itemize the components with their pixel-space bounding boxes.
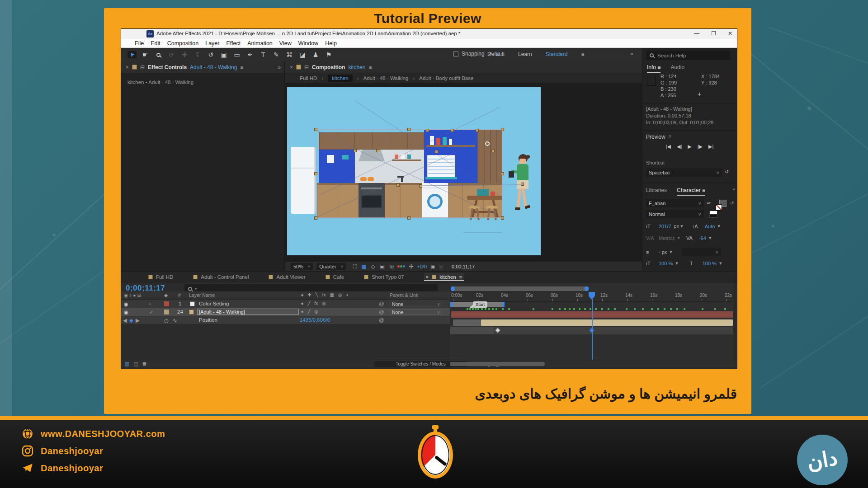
layer-switch-icon[interactable]: ◎	[314, 309, 318, 314]
layer-name[interactable]: [Adult - 48 - Walking]	[197, 309, 299, 315]
menu-effect[interactable]: Effect	[226, 40, 241, 47]
menu-composition[interactable]: Composition	[167, 40, 198, 47]
pickwhip-icon[interactable]: @	[379, 301, 384, 306]
selection-handle[interactable]	[451, 129, 454, 132]
hand-tool[interactable]: ☛	[141, 51, 150, 58]
prev-keyframe-icon[interactable]: ◀	[123, 317, 127, 324]
eraser-tool[interactable]: ◪	[298, 51, 307, 58]
menu-edit[interactable]: Edit	[151, 40, 160, 47]
selection-handle[interactable]	[314, 172, 317, 175]
property-row-position[interactable]: ◀ ◆ ▶ ◷ ∿ Position 1435/0,606/0 @	[121, 316, 450, 324]
selection-handle[interactable]	[419, 184, 422, 188]
close-icon[interactable]: ×	[426, 274, 429, 280]
leading-value[interactable]: Auto	[705, 224, 715, 229]
panel-menu-icon[interactable]: ≡	[368, 64, 372, 70]
workspace-learn[interactable]: Learn	[518, 51, 532, 57]
effect-controls-tab[interactable]: × ⊟ Effect Controls Adult - 48 - Walking…	[121, 61, 284, 73]
zoom-tool[interactable]	[154, 51, 163, 58]
layer-switch-icon[interactable]: ♠	[301, 309, 303, 314]
maximize-button[interactable]: ❐	[711, 30, 716, 37]
horizontal-scale-value[interactable]: 100 %	[703, 261, 717, 266]
preview-panel-title[interactable]: Preview ≡	[646, 134, 671, 140]
transport-button[interactable]: |▶	[698, 144, 703, 150]
font-family-dropdown[interactable]: F_aban˅	[646, 199, 704, 207]
selection-handle[interactable]	[314, 128, 317, 131]
reset-icon[interactable]: ↺	[725, 169, 729, 175]
keyframe-toggle-icon[interactable]: ◆	[129, 317, 133, 324]
website-link[interactable]: www.DANESHJOOYAR.com	[22, 428, 165, 440]
composition-canvas[interactable]	[287, 87, 541, 255]
label-color[interactable]	[164, 310, 169, 314]
vertical-scale-value[interactable]: 100 %	[659, 261, 673, 266]
unified-camera-tool[interactable]: ▣	[219, 51, 228, 58]
toolbar-overflow-icon[interactable]: »	[630, 51, 633, 57]
tracking-value[interactable]: -64	[699, 235, 706, 241]
timeline-tab-cafe[interactable]: Cafe	[326, 274, 344, 280]
selection-handle[interactable]	[521, 183, 524, 186]
selection-bounding-box[interactable]	[316, 129, 502, 218]
rotation-tool[interactable]: ↺	[206, 51, 215, 58]
layer-switch-icon[interactable]: ♠	[301, 301, 303, 306]
close-icon[interactable]: ×	[126, 64, 129, 70]
graph-editor-icon[interactable]: ∿	[173, 317, 177, 324]
channels-icon[interactable]	[397, 265, 405, 267]
viewer-option-icon[interactable]: ⛶	[353, 263, 357, 270]
minimize-button[interactable]: —	[694, 30, 699, 37]
label-color[interactable]	[164, 301, 169, 306]
rectangle-tool[interactable]: ▭	[232, 51, 241, 58]
timeline-bottom-icon[interactable]: ≣	[142, 361, 146, 367]
transport-button[interactable]: ◀|	[677, 144, 682, 150]
parent-link-column[interactable]: Parent & Link	[390, 292, 418, 298]
tab-character[interactable]: Character ≡	[677, 187, 705, 196]
parent-dropdown[interactable]: None˅	[390, 301, 442, 307]
time-navigator[interactable]	[451, 286, 589, 291]
font-style-dropdown[interactable]: Normal˅	[646, 210, 704, 218]
pen-tool[interactable]: ✒	[245, 51, 255, 58]
clone-stamp-tool[interactable]: ⌘	[285, 51, 294, 58]
panel-overflow-icon[interactable]: »	[278, 64, 281, 70]
workspace-default[interactable]: Default	[487, 51, 505, 57]
menu-view[interactable]: View	[279, 40, 292, 47]
exposure-icon[interactable]: ✣	[409, 263, 413, 270]
snapping-checkbox[interactable]	[453, 52, 458, 56]
panel-overflow-icon[interactable]: »	[732, 186, 735, 192]
selection-handle[interactable]	[476, 129, 479, 132]
timeline-tab-short-typo-07[interactable]: Short Typo 07	[364, 274, 404, 280]
horizontal-scrollbar[interactable]	[450, 362, 545, 366]
layer-name-column[interactable]: Layer Name	[189, 292, 215, 298]
selection-handle[interactable]	[426, 129, 429, 132]
selection-handle[interactable]	[407, 216, 410, 220]
font-size-value[interactable]: 201/7	[659, 224, 671, 229]
viewer-option-icon[interactable]: ▩	[361, 263, 366, 270]
shortcut-dropdown[interactable]: Spacebar˅	[646, 168, 722, 177]
kerning-value[interactable]: Metrics	[659, 235, 675, 241]
breadcrumb-full-hd[interactable]: Full HD	[300, 75, 317, 81]
telegram-link[interactable]: Daneshjooyar	[22, 462, 103, 474]
snapshot-icon[interactable]: ◉	[430, 263, 435, 270]
expand-icon[interactable]: ✓	[149, 309, 154, 315]
workspace-menu-icon[interactable]: ≡	[581, 51, 584, 57]
transport-button[interactable]: |◀	[666, 144, 671, 150]
selection-handle[interactable]	[354, 149, 357, 152]
lock-icon[interactable]: ⊟	[304, 64, 309, 70]
show-snapshot-icon[interactable]: ◎	[439, 263, 443, 270]
tab-libraries[interactable]: Libraries	[646, 187, 667, 196]
resolution-dropdown[interactable]: Quarter˅	[316, 263, 346, 270]
selection-handle[interactable]	[407, 128, 410, 131]
stroke-width-value[interactable]: - px	[659, 249, 667, 255]
breadcrumb-adult-48-walking[interactable]: Adult - 48 - Walking	[363, 75, 408, 81]
timeline-tab-full-hd[interactable]: Full HD	[148, 274, 173, 280]
selection-handle[interactable]	[491, 149, 495, 152]
eyedropper-icon[interactable]: ✑	[707, 200, 713, 206]
layer-switch-icon[interactable]: ◎	[322, 301, 326, 306]
breadcrumb-kitchen[interactable]: kitchen	[328, 75, 352, 82]
swap-colors-icon[interactable]: ↺	[730, 201, 734, 206]
composition-tab[interactable]: × ⊟ Composition kitchen ≡	[285, 61, 642, 73]
timeline-bottom-icon[interactable]: ◫	[133, 361, 138, 367]
next-keyframe-icon[interactable]: ▶	[136, 317, 140, 324]
layer-row-color-setting[interactable]: ◉ › 1 Color Setting ♠╱fx◎ @ None˅	[121, 300, 450, 308]
layer-row-adult-walking[interactable]: ◉ ✓ 24 [Adult - 48 - Walking] ♠╱◎ @ None…	[121, 308, 450, 316]
pickwhip-icon[interactable]: @	[379, 317, 384, 323]
timeline-graph-area[interactable]: 0:00s02s04s06s08s10s12s14s16s18s20s22s S…	[450, 282, 733, 360]
composition-marker[interactable]: Start	[473, 301, 487, 308]
